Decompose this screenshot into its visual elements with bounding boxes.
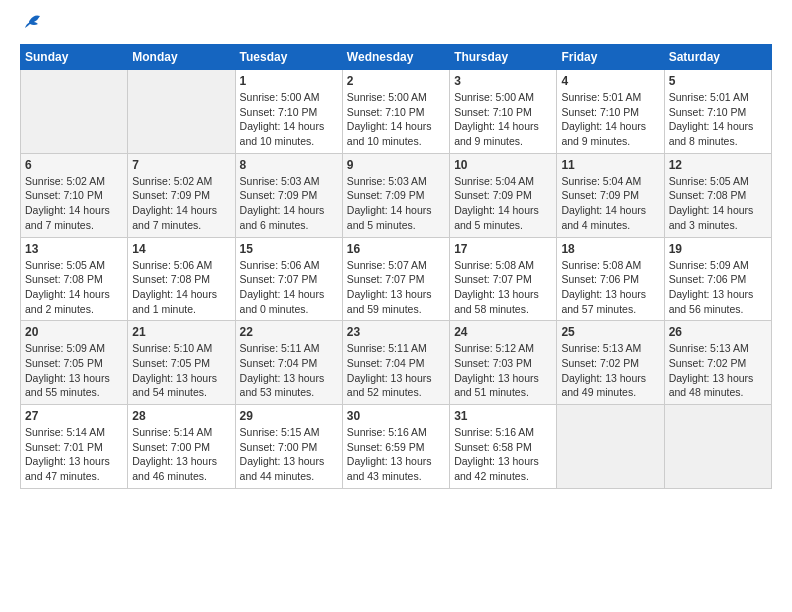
header bbox=[20, 20, 772, 34]
calendar-cell: 25Sunrise: 5:13 AM Sunset: 7:02 PM Dayli… bbox=[557, 321, 664, 405]
calendar-cell: 21Sunrise: 5:10 AM Sunset: 7:05 PM Dayli… bbox=[128, 321, 235, 405]
calendar-cell: 29Sunrise: 5:15 AM Sunset: 7:00 PM Dayli… bbox=[235, 405, 342, 489]
calendar-header-thursday: Thursday bbox=[450, 45, 557, 70]
calendar-week-row: 27Sunrise: 5:14 AM Sunset: 7:01 PM Dayli… bbox=[21, 405, 772, 489]
calendar-cell: 30Sunrise: 5:16 AM Sunset: 6:59 PM Dayli… bbox=[342, 405, 449, 489]
calendar-header-sunday: Sunday bbox=[21, 45, 128, 70]
calendar-cell: 23Sunrise: 5:11 AM Sunset: 7:04 PM Dayli… bbox=[342, 321, 449, 405]
calendar-cell: 19Sunrise: 5:09 AM Sunset: 7:06 PM Dayli… bbox=[664, 237, 771, 321]
calendar-cell: 18Sunrise: 5:08 AM Sunset: 7:06 PM Dayli… bbox=[557, 237, 664, 321]
calendar-cell: 10Sunrise: 5:04 AM Sunset: 7:09 PM Dayli… bbox=[450, 153, 557, 237]
calendar-cell: 31Sunrise: 5:16 AM Sunset: 6:58 PM Dayli… bbox=[450, 405, 557, 489]
calendar-cell bbox=[664, 405, 771, 489]
day-number: 18 bbox=[561, 242, 659, 256]
day-number: 15 bbox=[240, 242, 338, 256]
day-info: Sunrise: 5:06 AM Sunset: 7:07 PM Dayligh… bbox=[240, 258, 338, 317]
calendar-cell: 28Sunrise: 5:14 AM Sunset: 7:00 PM Dayli… bbox=[128, 405, 235, 489]
calendar-header-monday: Monday bbox=[128, 45, 235, 70]
day-number: 16 bbox=[347, 242, 445, 256]
day-info: Sunrise: 5:14 AM Sunset: 7:00 PM Dayligh… bbox=[132, 425, 230, 484]
day-number: 5 bbox=[669, 74, 767, 88]
calendar-cell: 4Sunrise: 5:01 AM Sunset: 7:10 PM Daylig… bbox=[557, 70, 664, 154]
day-number: 1 bbox=[240, 74, 338, 88]
logo bbox=[20, 20, 44, 34]
calendar-cell: 22Sunrise: 5:11 AM Sunset: 7:04 PM Dayli… bbox=[235, 321, 342, 405]
day-info: Sunrise: 5:10 AM Sunset: 7:05 PM Dayligh… bbox=[132, 341, 230, 400]
day-info: Sunrise: 5:08 AM Sunset: 7:06 PM Dayligh… bbox=[561, 258, 659, 317]
calendar-cell bbox=[128, 70, 235, 154]
calendar-cell: 27Sunrise: 5:14 AM Sunset: 7:01 PM Dayli… bbox=[21, 405, 128, 489]
calendar-cell: 2Sunrise: 5:00 AM Sunset: 7:10 PM Daylig… bbox=[342, 70, 449, 154]
day-info: Sunrise: 5:15 AM Sunset: 7:00 PM Dayligh… bbox=[240, 425, 338, 484]
day-info: Sunrise: 5:00 AM Sunset: 7:10 PM Dayligh… bbox=[240, 90, 338, 149]
calendar-cell: 9Sunrise: 5:03 AM Sunset: 7:09 PM Daylig… bbox=[342, 153, 449, 237]
calendar-cell: 17Sunrise: 5:08 AM Sunset: 7:07 PM Dayli… bbox=[450, 237, 557, 321]
day-info: Sunrise: 5:03 AM Sunset: 7:09 PM Dayligh… bbox=[240, 174, 338, 233]
day-number: 20 bbox=[25, 325, 123, 339]
day-info: Sunrise: 5:14 AM Sunset: 7:01 PM Dayligh… bbox=[25, 425, 123, 484]
day-info: Sunrise: 5:05 AM Sunset: 7:08 PM Dayligh… bbox=[25, 258, 123, 317]
calendar-week-row: 6Sunrise: 5:02 AM Sunset: 7:10 PM Daylig… bbox=[21, 153, 772, 237]
day-number: 10 bbox=[454, 158, 552, 172]
day-info: Sunrise: 5:03 AM Sunset: 7:09 PM Dayligh… bbox=[347, 174, 445, 233]
day-number: 11 bbox=[561, 158, 659, 172]
calendar-week-row: 20Sunrise: 5:09 AM Sunset: 7:05 PM Dayli… bbox=[21, 321, 772, 405]
day-info: Sunrise: 5:04 AM Sunset: 7:09 PM Dayligh… bbox=[454, 174, 552, 233]
day-info: Sunrise: 5:06 AM Sunset: 7:08 PM Dayligh… bbox=[132, 258, 230, 317]
day-number: 21 bbox=[132, 325, 230, 339]
day-number: 9 bbox=[347, 158, 445, 172]
calendar-week-row: 13Sunrise: 5:05 AM Sunset: 7:08 PM Dayli… bbox=[21, 237, 772, 321]
day-number: 7 bbox=[132, 158, 230, 172]
calendar-cell: 20Sunrise: 5:09 AM Sunset: 7:05 PM Dayli… bbox=[21, 321, 128, 405]
day-number: 25 bbox=[561, 325, 659, 339]
day-number: 17 bbox=[454, 242, 552, 256]
day-info: Sunrise: 5:01 AM Sunset: 7:10 PM Dayligh… bbox=[561, 90, 659, 149]
calendar-cell: 12Sunrise: 5:05 AM Sunset: 7:08 PM Dayli… bbox=[664, 153, 771, 237]
calendar-week-row: 1Sunrise: 5:00 AM Sunset: 7:10 PM Daylig… bbox=[21, 70, 772, 154]
day-number: 14 bbox=[132, 242, 230, 256]
day-number: 3 bbox=[454, 74, 552, 88]
day-info: Sunrise: 5:04 AM Sunset: 7:09 PM Dayligh… bbox=[561, 174, 659, 233]
day-info: Sunrise: 5:05 AM Sunset: 7:08 PM Dayligh… bbox=[669, 174, 767, 233]
calendar-header-friday: Friday bbox=[557, 45, 664, 70]
day-info: Sunrise: 5:00 AM Sunset: 7:10 PM Dayligh… bbox=[454, 90, 552, 149]
calendar-cell: 8Sunrise: 5:03 AM Sunset: 7:09 PM Daylig… bbox=[235, 153, 342, 237]
day-number: 30 bbox=[347, 409, 445, 423]
day-info: Sunrise: 5:00 AM Sunset: 7:10 PM Dayligh… bbox=[347, 90, 445, 149]
day-info: Sunrise: 5:13 AM Sunset: 7:02 PM Dayligh… bbox=[669, 341, 767, 400]
day-info: Sunrise: 5:11 AM Sunset: 7:04 PM Dayligh… bbox=[240, 341, 338, 400]
calendar-header-saturday: Saturday bbox=[664, 45, 771, 70]
logo-bird-icon bbox=[22, 12, 44, 34]
day-info: Sunrise: 5:12 AM Sunset: 7:03 PM Dayligh… bbox=[454, 341, 552, 400]
day-number: 6 bbox=[25, 158, 123, 172]
calendar-cell: 14Sunrise: 5:06 AM Sunset: 7:08 PM Dayli… bbox=[128, 237, 235, 321]
day-info: Sunrise: 5:09 AM Sunset: 7:05 PM Dayligh… bbox=[25, 341, 123, 400]
day-number: 28 bbox=[132, 409, 230, 423]
calendar-cell: 1Sunrise: 5:00 AM Sunset: 7:10 PM Daylig… bbox=[235, 70, 342, 154]
calendar-cell bbox=[21, 70, 128, 154]
day-number: 27 bbox=[25, 409, 123, 423]
calendar-cell: 11Sunrise: 5:04 AM Sunset: 7:09 PM Dayli… bbox=[557, 153, 664, 237]
day-number: 26 bbox=[669, 325, 767, 339]
day-number: 24 bbox=[454, 325, 552, 339]
day-number: 19 bbox=[669, 242, 767, 256]
day-info: Sunrise: 5:11 AM Sunset: 7:04 PM Dayligh… bbox=[347, 341, 445, 400]
day-info: Sunrise: 5:13 AM Sunset: 7:02 PM Dayligh… bbox=[561, 341, 659, 400]
calendar-cell: 26Sunrise: 5:13 AM Sunset: 7:02 PM Dayli… bbox=[664, 321, 771, 405]
day-info: Sunrise: 5:16 AM Sunset: 6:59 PM Dayligh… bbox=[347, 425, 445, 484]
calendar-cell: 15Sunrise: 5:06 AM Sunset: 7:07 PM Dayli… bbox=[235, 237, 342, 321]
day-info: Sunrise: 5:02 AM Sunset: 7:10 PM Dayligh… bbox=[25, 174, 123, 233]
calendar-header-wednesday: Wednesday bbox=[342, 45, 449, 70]
day-info: Sunrise: 5:02 AM Sunset: 7:09 PM Dayligh… bbox=[132, 174, 230, 233]
day-number: 8 bbox=[240, 158, 338, 172]
calendar-cell: 24Sunrise: 5:12 AM Sunset: 7:03 PM Dayli… bbox=[450, 321, 557, 405]
calendar-header-row: SundayMondayTuesdayWednesdayThursdayFrid… bbox=[21, 45, 772, 70]
day-number: 22 bbox=[240, 325, 338, 339]
calendar-table: SundayMondayTuesdayWednesdayThursdayFrid… bbox=[20, 44, 772, 489]
calendar-cell: 6Sunrise: 5:02 AM Sunset: 7:10 PM Daylig… bbox=[21, 153, 128, 237]
calendar-cell bbox=[557, 405, 664, 489]
calendar-cell: 3Sunrise: 5:00 AM Sunset: 7:10 PM Daylig… bbox=[450, 70, 557, 154]
day-info: Sunrise: 5:07 AM Sunset: 7:07 PM Dayligh… bbox=[347, 258, 445, 317]
calendar-cell: 16Sunrise: 5:07 AM Sunset: 7:07 PM Dayli… bbox=[342, 237, 449, 321]
day-info: Sunrise: 5:01 AM Sunset: 7:10 PM Dayligh… bbox=[669, 90, 767, 149]
